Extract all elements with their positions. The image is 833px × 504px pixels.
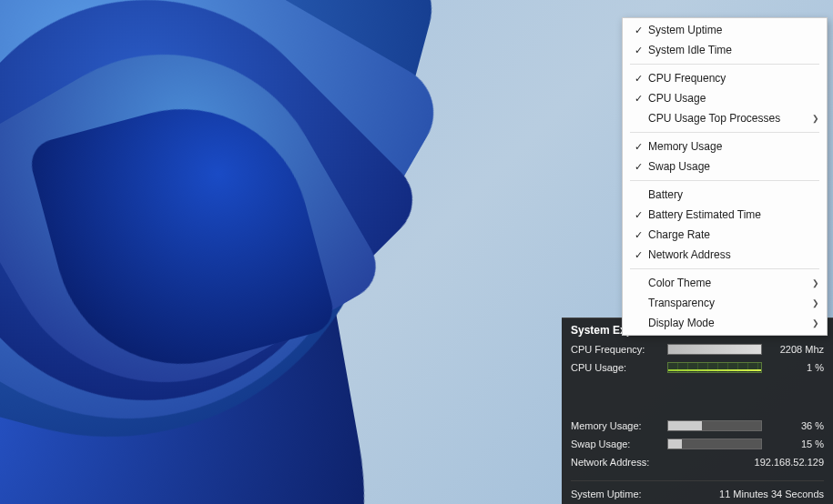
menu-item-label: Battery [648, 187, 808, 202]
menu-item-label: CPU Frequency [648, 71, 808, 86]
menu-item-label: System Idle Time [648, 43, 808, 57]
label-cpu-frequency: CPU Frequency: [571, 344, 662, 355]
menu-separator [630, 180, 819, 181]
bar-cpu-usage [667, 362, 762, 373]
chevron-right-icon: ❯ [808, 316, 819, 330]
menu-item-swap-usage[interactable]: ✓Swap Usage [623, 156, 827, 176]
check-icon: ✓ [628, 43, 648, 57]
bar-memory-usage [667, 420, 762, 431]
row-swap-usage: Swap Usage: 15 % [571, 437, 824, 451]
bar-swap-usage [667, 438, 762, 449]
menu-item-system-idle-time[interactable]: ✓System Idle Time [623, 40, 827, 60]
menu-item-label: Charge Rate [648, 227, 808, 242]
chevron-right-icon: ❯ [808, 296, 819, 310]
check-icon: ✓ [628, 227, 648, 242]
row-cpu-frequency: CPU Frequency: 2208 Mhz [571, 342, 824, 357]
menu-item-label: Network Address [648, 247, 808, 262]
check-icon: ✓ [628, 207, 648, 222]
widget-separator [571, 480, 824, 481]
check-icon: ✓ [628, 139, 648, 154]
menu-separator [630, 132, 819, 133]
check-icon: ✓ [628, 71, 648, 86]
menu-item-transparency[interactable]: Transparency❯ [623, 293, 827, 313]
menu-item-cpu-usage-top-processes[interactable]: CPU Usage Top Processes❯ [623, 108, 827, 128]
menu-item-label: Swap Usage [648, 159, 808, 174]
menu-item-memory-usage[interactable]: ✓Memory Usage [623, 136, 827, 156]
menu-item-label: CPU Usage [648, 91, 808, 106]
context-menu[interactable]: ✓System Uptime✓System Idle Time✓CPU Freq… [622, 17, 828, 336]
check-icon: ✓ [628, 247, 648, 262]
menu-separator [630, 64, 819, 65]
menu-item-label: Display Mode [648, 316, 808, 330]
menu-item-label: Color Theme [648, 276, 808, 290]
value-network-address: 192.168.52.129 [662, 457, 824, 468]
chevron-right-icon: ❯ [808, 111, 819, 126]
bar-cpu-frequency [667, 344, 762, 355]
check-icon: ✓ [628, 159, 648, 174]
menu-item-label: Battery Estimated Time [648, 207, 808, 222]
value-cpu-frequency: 2208 Mhz [767, 344, 824, 355]
value-cpu-usage: 1 % [767, 362, 824, 373]
system-monitor-widget[interactable]: System Exp CPU Frequency: 2208 Mhz CPU U… [562, 318, 833, 504]
row-memory-usage: Memory Usage: 36 % [571, 418, 824, 433]
label-cpu-usage: CPU Usage: [571, 362, 662, 373]
value-system-uptime: 11 Minutes 34 Seconds [662, 489, 824, 499]
row-cpu-usage: CPU Usage: 1 % [571, 360, 824, 375]
menu-item-network-address[interactable]: ✓Network Address [623, 245, 827, 265]
menu-item-battery-estimated-time[interactable]: ✓Battery Estimated Time [623, 205, 827, 225]
chevron-right-icon: ❯ [808, 276, 819, 290]
menu-item-label: CPU Usage Top Processes [648, 111, 808, 126]
label-system-uptime: System Uptime: [571, 489, 662, 499]
check-icon: ✓ [628, 91, 648, 106]
label-memory-usage: Memory Usage: [571, 420, 662, 431]
menu-item-label: Memory Usage [648, 139, 808, 154]
check-icon: ✓ [628, 23, 648, 37]
menu-separator [630, 268, 819, 269]
menu-item-color-theme[interactable]: Color Theme❯ [623, 273, 827, 293]
menu-item-charge-rate[interactable]: ✓Charge Rate [623, 225, 827, 245]
row-network-address: Network Address: 192.168.52.129 [571, 455, 824, 469]
menu-item-system-uptime[interactable]: ✓System Uptime [623, 20, 827, 40]
menu-item-battery[interactable]: Battery [623, 185, 827, 205]
menu-item-display-mode[interactable]: Display Mode❯ [623, 313, 827, 333]
menu-item-label: System Uptime [648, 23, 808, 37]
label-swap-usage: Swap Usage: [571, 438, 662, 449]
menu-item-cpu-usage[interactable]: ✓CPU Usage [623, 88, 827, 108]
menu-item-label: Transparency [648, 296, 808, 310]
menu-item-cpu-frequency[interactable]: ✓CPU Frequency [623, 68, 827, 88]
value-swap-usage: 15 % [767, 438, 824, 449]
label-network-address: Network Address: [571, 457, 662, 468]
value-memory-usage: 36 % [767, 420, 824, 431]
row-system-uptime: System Uptime: 11 Minutes 34 Seconds [571, 487, 824, 501]
